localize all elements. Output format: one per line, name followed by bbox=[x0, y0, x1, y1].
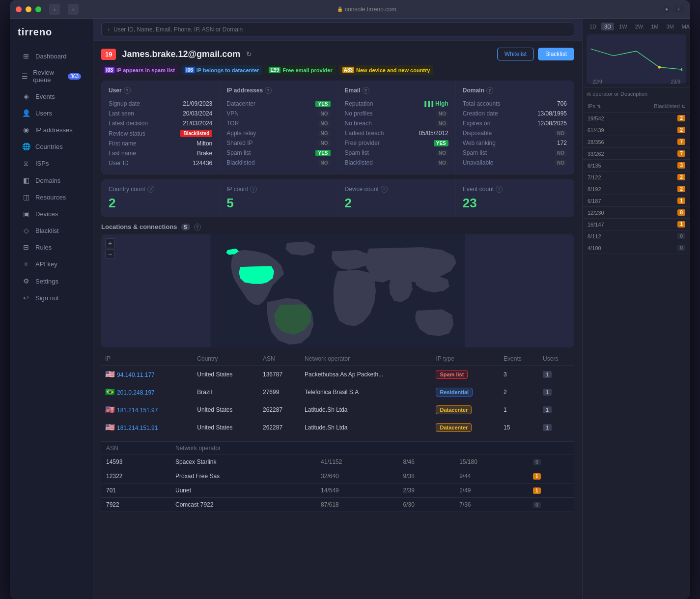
operator-cell: Packethubsa As Ap Packeth... bbox=[301, 366, 432, 383]
isp-right-blacklisted: 2 bbox=[677, 127, 685, 133]
sidebar-item-countries[interactable]: 🌐 Countries bbox=[14, 139, 89, 154]
sidebar-item-users[interactable]: 👤 Users bbox=[14, 105, 89, 121]
apple-relay-value: NO bbox=[318, 130, 331, 137]
chart-labels: 22/9 23/9 bbox=[590, 79, 682, 85]
chart-section: 1D 3D 1W 2W 1M 3M MAX 22/9 bbox=[583, 19, 690, 88]
isp-right-row[interactable]: 6/187 1 bbox=[583, 195, 690, 207]
sidebar-item-events[interactable]: ◈ Events bbox=[14, 88, 89, 104]
tag-text-a83: New device and new country bbox=[356, 67, 430, 73]
sidebar-item-sign-out[interactable]: ↩ Sign out bbox=[14, 290, 89, 306]
isp-table-row[interactable]: 7922 Comcast 7922 87/618 6/30 7/36 0 bbox=[101, 498, 574, 512]
isp-ips3-cell: 15/180 bbox=[454, 455, 528, 469]
email-help-icon[interactable]: ? bbox=[363, 87, 369, 94]
ip-address-link[interactable]: 181.214.151.91 bbox=[117, 425, 158, 431]
tag-i06: I06 IP belongs to datacenter bbox=[181, 65, 262, 75]
isp-right-row[interactable]: 33/262 7 bbox=[583, 148, 690, 160]
isp-right-row[interactable]: 12/230 8 bbox=[583, 207, 690, 219]
ip-address-link[interactable]: 201.0.248.197 bbox=[117, 389, 155, 396]
datacenter-label: Datacenter bbox=[226, 100, 255, 107]
datacenter-value: YES bbox=[315, 101, 330, 107]
isp-operator-cell: Uunet bbox=[170, 484, 316, 498]
isp-table-row[interactable]: 14593 Spacex Starlink 41/1152 8/46 15/18… bbox=[101, 455, 574, 469]
isp-right-row[interactable]: 4/100 0 bbox=[583, 242, 690, 254]
isp-right-row[interactable]: 8/112 0 bbox=[583, 230, 690, 242]
forward-btn[interactable]: › bbox=[68, 4, 79, 15]
tab-1d[interactable]: 1D bbox=[587, 23, 599, 30]
latest-decision-label: Latest decision bbox=[109, 120, 148, 127]
web-ranking-row: Web ranking 172 bbox=[463, 138, 567, 148]
sidebar: tirreno ⊞ Dashboard ☰ Review queue 363 ◈… bbox=[10, 19, 93, 599]
sidebar-item-review-queue[interactable]: ☰ Review queue 363 bbox=[14, 65, 89, 87]
isp-right-row[interactable]: 8/135 3 bbox=[583, 160, 690, 171]
sidebar-item-dashboard[interactable]: ⊞ Dashboard bbox=[14, 48, 89, 64]
ip-address-link[interactable]: 181.214.151.97 bbox=[117, 407, 158, 414]
tab-3m[interactable]: 3M bbox=[663, 23, 676, 30]
free-provider-row: Free provider YES bbox=[345, 138, 448, 148]
ip-cell: 🇺🇸181.214.151.97 bbox=[101, 401, 193, 419]
device-count-panel: Device count ? 2 bbox=[338, 180, 456, 217]
type-cell: Datacenter bbox=[432, 401, 500, 419]
zoom-out-btn[interactable]: − bbox=[105, 249, 115, 259]
info-grid: User ? Signup date 21/09/2023 Last seen … bbox=[101, 81, 574, 174]
isp-right-blacklisted: 0 bbox=[677, 245, 685, 251]
zoom-in-btn[interactable]: + bbox=[105, 238, 115, 248]
isp-right-row[interactable]: 28/356 7 bbox=[583, 136, 690, 148]
global-search[interactable]: › User ID, Name, Email, Phone, IP, ASN o… bbox=[101, 23, 574, 36]
tab-1w[interactable]: 1W bbox=[616, 23, 630, 30]
tab-3d[interactable]: 3D bbox=[601, 23, 614, 30]
first-name-row: First name Milton bbox=[109, 139, 212, 148]
ip-count-help[interactable]: ? bbox=[250, 186, 257, 193]
new-tab-btn[interactable]: + bbox=[673, 5, 684, 13]
first-name-label: First name bbox=[109, 140, 137, 147]
country-count-help[interactable]: ? bbox=[147, 186, 154, 193]
ip-table-row[interactable]: 🇧🇷201.0.248.197 Brazil 27699 Telefonica … bbox=[101, 383, 574, 401]
sidebar-item-domains[interactable]: ◧ Domains bbox=[14, 172, 89, 188]
isp-right-row[interactable]: 7/122 2 bbox=[583, 171, 690, 183]
whitelist-button[interactable]: Whitelist bbox=[497, 48, 534, 60]
ip-table-row[interactable]: 🇺🇸181.214.151.91 United States 262287 La… bbox=[101, 419, 574, 436]
isp-right-ips: 6/187 bbox=[588, 198, 601, 204]
back-btn[interactable]: ‹ bbox=[49, 4, 60, 15]
blacklist-button[interactable]: Blacklist bbox=[538, 48, 574, 60]
isp-right-row[interactable]: 16/147 1 bbox=[583, 219, 690, 230]
ip-table-row[interactable]: 🇺🇸94.140.11.177 United States 136787 Pac… bbox=[101, 366, 574, 383]
domain-help-icon[interactable]: ? bbox=[486, 87, 493, 94]
ip-table-row[interactable]: 🇺🇸181.214.151.97 United States 262287 La… bbox=[101, 401, 574, 419]
locations-help[interactable]: ? bbox=[194, 224, 201, 230]
refresh-icon[interactable]: ↻ bbox=[246, 50, 252, 58]
isp-right-row[interactable]: 61/439 2 bbox=[583, 124, 690, 136]
sidebar-item-rules[interactable]: ⊟ Rules bbox=[14, 239, 89, 255]
users-cell: 1 bbox=[539, 366, 574, 383]
tab-2w[interactable]: 2W bbox=[632, 23, 646, 30]
sidebar-item-ip-addresses[interactable]: ◉ IP addresses bbox=[14, 122, 89, 138]
maximize-btn[interactable] bbox=[35, 6, 41, 12]
tab-max[interactable]: MAX bbox=[679, 23, 690, 30]
sidebar-item-resources[interactable]: ◫ Resources bbox=[14, 189, 89, 205]
sidebar-item-isps[interactable]: ⧖ ISPs bbox=[14, 155, 89, 171]
isp-table-row[interactable]: 701 Uunet 14/549 2/39 2/49 1 bbox=[101, 484, 574, 498]
resources-icon: ◫ bbox=[22, 193, 30, 201]
ip-address-link[interactable]: 94.140.11.177 bbox=[117, 371, 155, 378]
close-btn[interactable] bbox=[16, 6, 22, 12]
device-count-help[interactable]: ? bbox=[381, 186, 388, 193]
user-help-icon[interactable]: ? bbox=[124, 87, 131, 94]
isp-asn-cell: 14593 bbox=[101, 455, 170, 469]
shared-ip-value: NO bbox=[318, 140, 331, 146]
event-count-help[interactable]: ? bbox=[496, 186, 503, 193]
minimize-btn[interactable] bbox=[26, 6, 31, 12]
isp-right-blacklisted: 2 bbox=[677, 115, 685, 121]
isp-ips-header: IPs ⇅ bbox=[588, 103, 601, 109]
sidebar-item-api-key[interactable]: ⌗ API key bbox=[14, 256, 89, 272]
sidebar-item-blacklist[interactable]: ◇ Blacklist bbox=[14, 223, 89, 238]
ip-panel: IP addresses ? Datacenter YES VPN NO TOR bbox=[220, 81, 337, 174]
tor-label: TOR bbox=[226, 120, 239, 127]
isp-right-row[interactable]: 8/192 2 bbox=[583, 183, 690, 195]
tab-1m[interactable]: 1M bbox=[648, 23, 661, 30]
ip-help-icon[interactable]: ? bbox=[265, 87, 272, 94]
isp-right-row[interactable]: 19/542 2 bbox=[583, 113, 690, 124]
sidebar-item-devices[interactable]: ▣ Devices bbox=[14, 206, 89, 222]
isp-right-ips: 61/439 bbox=[588, 127, 604, 133]
isp-table-row[interactable]: 12322 Proxad Free Sas 32/640 9/38 9/44 1 bbox=[101, 469, 574, 484]
sidebar-item-settings[interactable]: ⚙ Settings bbox=[14, 273, 89, 289]
no-profiles-value: NO bbox=[436, 111, 448, 117]
